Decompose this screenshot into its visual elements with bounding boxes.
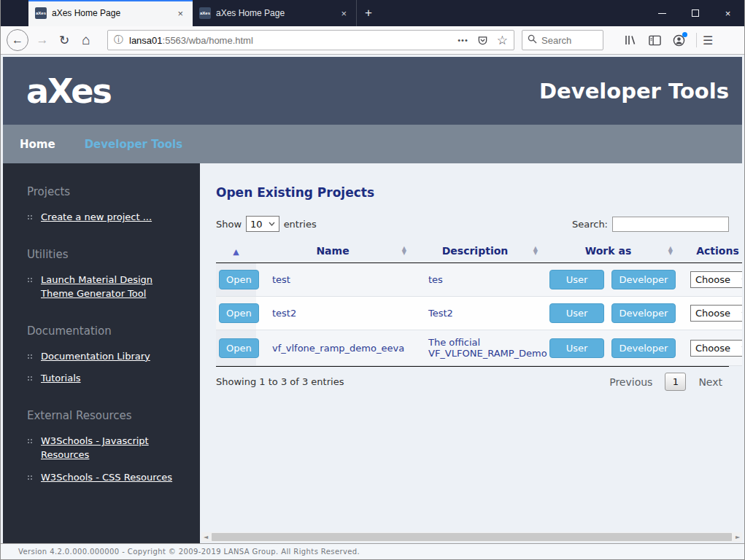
bookmark-star-icon[interactable]: ☆ xyxy=(497,33,508,48)
user-button[interactable]: User xyxy=(549,338,604,358)
column-header-description[interactable]: Description ▲▼ xyxy=(409,239,541,263)
user-button[interactable]: User xyxy=(549,270,604,289)
column-header-work-as[interactable]: Work as ▲▼ xyxy=(541,239,676,263)
back-button[interactable]: ← xyxy=(7,29,28,51)
show-label: Show xyxy=(216,219,242,230)
menu-icon[interactable]: ☰ xyxy=(703,34,713,47)
reload-button[interactable]: ↻ xyxy=(53,29,75,51)
pagination-next[interactable]: Next xyxy=(698,376,722,388)
open-button[interactable]: Open xyxy=(219,270,259,289)
url-host: lansa01 xyxy=(129,35,163,46)
developer-button[interactable]: Developer xyxy=(611,270,676,289)
project-name[interactable]: vf_vlfone_ramp_demo_eeva xyxy=(256,330,409,366)
window-minimize-button[interactable] xyxy=(646,0,679,26)
window-close-button[interactable]: × xyxy=(711,0,744,26)
minimize-icon xyxy=(658,13,666,14)
section-heading: Projects xyxy=(27,185,185,198)
browser-search-input[interactable] xyxy=(541,35,592,46)
sidebar-link[interactable]: W3Schools - CSS Resources xyxy=(41,471,172,485)
maximize-icon xyxy=(692,9,699,17)
sidebar-item-w3schools-css[interactable]: W3Schools - CSS Resources xyxy=(27,471,185,485)
nav-item-home[interactable]: Home xyxy=(20,138,55,151)
scroll-right-icon[interactable]: ► xyxy=(733,534,742,540)
version-text: Version 4.2.0.000.000000 - Copyright © 2… xyxy=(18,548,360,556)
user-button[interactable]: User xyxy=(549,303,604,323)
sidebar-item-w3schools-js[interactable]: W3Schools - Javascript Resources xyxy=(27,435,185,462)
account-icon[interactable] xyxy=(668,30,689,50)
sidebar-link[interactable]: W3Schools - Javascript Resources xyxy=(41,435,185,462)
column-label: Description xyxy=(442,245,509,257)
project-name[interactable]: test2 xyxy=(256,297,409,330)
sidebar-link[interactable]: Create a new project ... xyxy=(41,211,152,225)
url-bar[interactable]: ⓘ lansa01:5563/wba/home.html ••• ☆ xyxy=(107,30,514,50)
site-info-icon[interactable]: ⓘ xyxy=(114,34,123,47)
table-controls: Show 10 entries Search: xyxy=(216,216,729,232)
scroll-left-icon[interactable]: ◄ xyxy=(201,534,210,540)
main-title: Open Existing Projects xyxy=(216,185,742,200)
web-page: aXes Developer Tools Home Developer Tool… xyxy=(1,55,744,543)
actions-select[interactable]: Choose xyxy=(690,340,742,357)
pocket-icon[interactable] xyxy=(477,35,488,46)
bullet-dots-icon xyxy=(27,376,32,381)
column-header-name[interactable]: Name ▲▼ xyxy=(256,239,409,263)
column-open-sort[interactable]: ▲ xyxy=(216,239,256,263)
sidebar-link[interactable]: Launch Material Design Theme Generator T… xyxy=(41,273,185,301)
pagination: Previous 1 Next xyxy=(603,373,729,391)
table-header-row: ▲ Name ▲▼ Description ▲▼ Work as ▲▼ Acti… xyxy=(216,239,742,263)
sort-icons: ▲▼ xyxy=(533,246,538,255)
table-search-input[interactable] xyxy=(612,217,729,232)
browser-toolbar: ← → ↻ ⌂ ⓘ lansa01:5563/wba/home.html •••… xyxy=(1,26,744,55)
actions-select-value: Choose xyxy=(695,274,741,285)
sidebar-item-create-project[interactable]: Create a new project ... xyxy=(27,211,185,225)
chevron-down-icon xyxy=(741,311,742,316)
close-icon: × xyxy=(725,8,731,19)
window-maximize-button[interactable] xyxy=(679,0,711,26)
scrollbar-thumb[interactable] xyxy=(212,533,732,541)
section-heading: Documentation xyxy=(27,324,185,338)
actions-select[interactable]: Choose xyxy=(690,305,742,322)
actions-select[interactable]: Choose xyxy=(690,271,742,288)
home-button[interactable]: ⌂ xyxy=(75,29,97,51)
section-heading: Utilities xyxy=(27,248,185,261)
tab-title: aXes Home Page xyxy=(52,8,174,18)
tab-inactive[interactable]: aXes aXes Home Page × xyxy=(193,0,357,26)
open-button[interactable]: Open xyxy=(219,303,259,323)
page-title: Developer Tools xyxy=(539,79,729,104)
sidebar-item-documentation-library[interactable]: Documentation Library xyxy=(27,350,185,364)
sidebar-section-projects: Projects Create a new project ... xyxy=(27,185,185,225)
pagination-page-1[interactable]: 1 xyxy=(665,373,686,391)
nav-item-developer-tools[interactable]: Developer Tools xyxy=(85,138,182,151)
forward-button[interactable]: → xyxy=(31,29,53,51)
project-name[interactable]: test xyxy=(256,263,409,297)
developer-button[interactable]: Developer xyxy=(611,338,676,358)
library-icon[interactable] xyxy=(620,30,641,50)
content-row: Projects Create a new project ... Utilit… xyxy=(3,163,742,543)
project-description: The official VF_VLFONE_RAMP_Demo xyxy=(409,330,541,366)
developer-button[interactable]: Developer xyxy=(611,303,676,323)
tab-close-icon[interactable]: × xyxy=(174,7,186,20)
project-description: tes xyxy=(409,263,541,297)
sidebar-section-external-resources: External Resources W3Schools - Javascrip… xyxy=(27,409,185,485)
new-tab-button[interactable]: + xyxy=(357,0,380,26)
column-label: Name xyxy=(316,245,349,257)
tab-close-icon[interactable]: × xyxy=(338,7,350,20)
sidebar-link[interactable]: Documentation Library xyxy=(41,350,150,364)
sidebar-toggle-icon[interactable] xyxy=(644,30,665,50)
url-text[interactable]: lansa01:5563/wba/home.html xyxy=(129,35,253,46)
site-nav: Home Developer Tools xyxy=(3,125,742,163)
sidebar-item-tutorials[interactable]: Tutorials xyxy=(27,372,185,386)
sidebar-link[interactable]: Tutorials xyxy=(41,372,81,386)
sidebar-item-material-theme-tool[interactable]: Launch Material Design Theme Generator T… xyxy=(27,273,185,301)
column-header-actions[interactable]: Actions ▲▼ xyxy=(676,239,742,263)
open-button[interactable]: Open xyxy=(219,338,259,358)
table-search-label: Search: xyxy=(572,219,608,230)
tab-active[interactable]: aXes aXes Home Page × xyxy=(28,0,193,26)
page-length-select[interactable]: 10 xyxy=(246,216,279,232)
axes-favicon-icon: aXes xyxy=(35,7,47,19)
page-actions-icon[interactable]: ••• xyxy=(458,36,468,44)
tab-bar-spacer xyxy=(1,0,28,26)
actions-select-value: Choose xyxy=(695,308,741,319)
browser-search-box[interactable] xyxy=(522,30,603,50)
horizontal-scrollbar[interactable]: ◄ ► xyxy=(201,532,742,542)
pagination-previous[interactable]: Previous xyxy=(609,376,652,388)
